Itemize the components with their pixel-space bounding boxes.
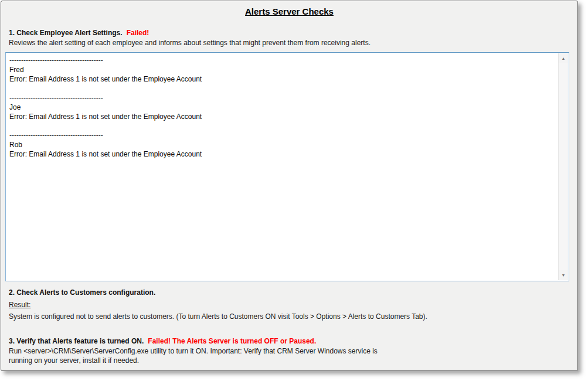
check2-heading: 2. Check Alerts to Customers configurati… — [9, 288, 155, 297]
check3-instructions-line1: Run <server>\CRM\Server\ServerConfig.exe… — [9, 346, 407, 356]
scroll-up-icon[interactable]: ▲ — [559, 53, 568, 63]
alerts-server-checks-window: Alerts Server Checks 1. Check Employee A… — [1, 1, 578, 371]
check2-result-text: System is configured not to send alerts … — [9, 312, 427, 321]
scroll-down-icon[interactable]: ▼ — [559, 270, 568, 280]
vertical-scrollbar[interactable]: ▲ ▼ — [558, 53, 568, 280]
log-text: ----------------------------------------… — [6, 53, 558, 281]
check3-instructions-line2: running on your server, install it if ne… — [9, 356, 407, 365]
check3-status-failed: Failed! The Alerts Server is turned OFF … — [148, 337, 316, 345]
check1-results-textbox[interactable]: ----------------------------------------… — [5, 52, 569, 281]
check3-heading: 3. Verify that Alerts feature is turned … — [9, 337, 144, 345]
check2-result-label: Result: — [9, 301, 30, 309]
check3-heading-row: 3. Verify that Alerts feature is turned … — [9, 337, 316, 345]
page-title: Alerts Server Checks — [1, 6, 577, 16]
check1-status-failed: Failed! — [127, 29, 149, 37]
check1-heading: 1. Check Employee Alert Settings. — [9, 29, 123, 37]
check1-description: Reviews the alert setting of each employ… — [9, 39, 371, 47]
check1-heading-row: 1. Check Employee Alert Settings.Failed! — [9, 29, 149, 37]
check3-instructions: Run <server>\CRM\Server\ServerConfig.exe… — [9, 346, 407, 365]
